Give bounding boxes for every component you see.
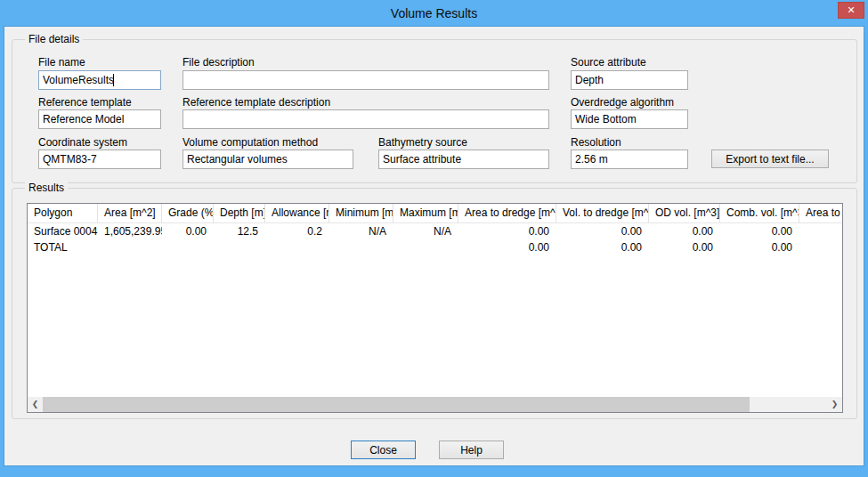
table-cell: 0.00 (720, 239, 799, 255)
window-title: Volume Results (391, 6, 477, 20)
scrollbar-thumb[interactable] (43, 397, 750, 412)
overdredge-algorithm-label: Overdredge algorithm (571, 96, 674, 109)
table-cell: 0.00 (556, 239, 649, 255)
volume-computation-method-label: Volume computation method (183, 136, 318, 149)
table-cell: 0.00 (720, 223, 799, 239)
table-cell: 0.00 (162, 223, 214, 239)
column-header-polygon[interactable]: Polygon (28, 204, 98, 222)
column-header-grade[interactable]: Grade (%) (162, 204, 214, 222)
table-cell: N/A (393, 223, 458, 239)
text-caret (113, 74, 114, 86)
reference-template-description-input[interactable] (183, 109, 549, 129)
close-icon: ✕ (847, 4, 855, 15)
table-cell: 12.5 (214, 223, 265, 239)
results-table-header: PolygonArea [m^2]Grade (%)Depth [m]Allow… (28, 204, 842, 223)
column-header-area-to-f[interactable]: Area to f (799, 204, 842, 222)
file-description-label: File description (183, 56, 255, 69)
results-table-body: Surface 00041,605,239.950.0012.50.2N/AN/… (28, 223, 842, 255)
coordinate-system-input[interactable] (38, 150, 161, 169)
table-cell (162, 239, 214, 255)
column-header-comb-vol-m-3[interactable]: Comb. vol. [m^3] (720, 204, 799, 222)
scroll-right-icon[interactable]: ❯ (827, 397, 842, 412)
table-cell: TOTAL (28, 239, 98, 255)
table-cell (393, 239, 458, 255)
resolution-label: Resolution (571, 136, 621, 149)
reference-template-label: Reference template (38, 96, 132, 109)
column-header-vol-to-dredge-m-3[interactable]: Vol. to dredge [m^3] (556, 204, 649, 222)
table-cell: Surface 0004 (28, 223, 98, 239)
coordinate-system-label: Coordinate system (38, 136, 127, 149)
source-attribute-label: Source attribute (571, 56, 646, 69)
overdredge-algorithm-input[interactable] (571, 109, 688, 129)
table-cell: 0.00 (556, 223, 649, 239)
file-details-group-label: File details (25, 33, 83, 45)
table-cell: 0.00 (458, 239, 556, 255)
table-cell (214, 239, 265, 255)
column-header-area-m-2[interactable]: Area [m^2] (98, 204, 162, 222)
table-row[interactable]: TOTAL0.000.000.000.00 (28, 239, 842, 255)
reference-template-input[interactable] (38, 109, 161, 129)
column-header-allowance-m[interactable]: Allowance [m] (265, 204, 329, 222)
dialog-content: File details File name File description … (4, 26, 864, 466)
table-cell (799, 239, 842, 255)
column-header-minimum-m[interactable]: Minimum [m] (329, 204, 393, 222)
volume-results-dialog: Volume Results ✕ File details File name … (0, 0, 868, 477)
column-header-maximum-m[interactable]: Maximum [m] (393, 204, 458, 222)
results-table: PolygonArea [m^2]Grade (%)Depth [m]Allow… (27, 203, 843, 413)
table-cell (265, 239, 329, 255)
file-name-input[interactable] (38, 70, 161, 90)
column-header-od-vol-m-3[interactable]: OD vol. [m^3] (649, 204, 720, 222)
column-header-depth-m[interactable]: Depth [m] (214, 204, 265, 222)
titlebar[interactable]: Volume Results (0, 0, 868, 26)
close-button[interactable]: Close (351, 441, 416, 459)
table-cell: 0.00 (458, 223, 556, 239)
table-cell (98, 239, 162, 255)
source-attribute-input[interactable] (571, 70, 688, 90)
file-name-label: File name (38, 56, 85, 69)
scroll-left-icon[interactable]: ❮ (28, 397, 43, 412)
column-header-area-to-dredge-m-2[interactable]: Area to dredge [m^2] (458, 204, 556, 222)
reference-template-description-label: Reference template description (183, 96, 330, 109)
table-cell (799, 223, 842, 239)
table-cell: 0.2 (265, 223, 329, 239)
export-to-text-file-button[interactable]: Export to text file... (711, 150, 829, 168)
help-button[interactable]: Help (439, 441, 504, 459)
table-cell: 0.00 (649, 239, 720, 255)
close-window-button[interactable]: ✕ (838, 2, 864, 19)
table-cell (329, 239, 393, 255)
table-cell: N/A (329, 223, 393, 239)
bathymetry-source-label: Bathymetry source (378, 136, 467, 149)
file-description-input[interactable] (183, 70, 549, 90)
table-cell: 0.00 (649, 223, 720, 239)
table-cell: 1,605,239.95 (98, 223, 162, 239)
results-group-label: Results (25, 182, 68, 194)
horizontal-scrollbar[interactable]: ❮ ❯ (28, 397, 842, 412)
bathymetry-source-input[interactable] (378, 150, 549, 169)
resolution-input[interactable] (571, 150, 688, 169)
table-row[interactable]: Surface 00041,605,239.950.0012.50.2N/AN/… (28, 223, 842, 239)
volume-computation-method-input[interactable] (183, 150, 353, 169)
